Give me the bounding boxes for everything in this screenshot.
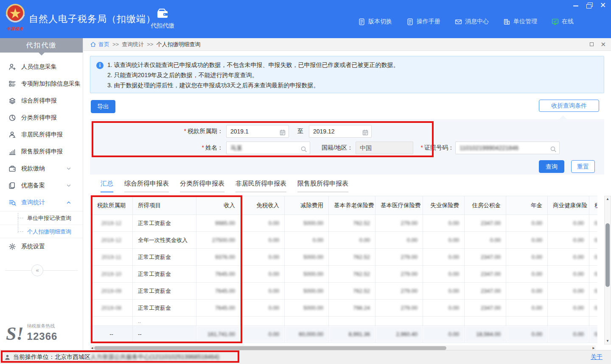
panel-maximize-icon[interactable] <box>590 42 594 46</box>
sidebar-item-优惠备案[interactable]: 优惠备案 <box>0 177 83 194</box>
column-header-减除费用: 减除费用 <box>285 196 329 215</box>
header-nav-单位管理[interactable]: 单位管理 <box>503 18 537 25</box>
header-nav-版本切换[interactable]: 版本切换 <box>358 18 392 25</box>
vertical-scroll-thumb[interactable] <box>605 223 610 287</box>
sidebar-item-人员信息采集[interactable]: 人员信息采集 <box>0 58 83 75</box>
close-icon[interactable]: ✕ <box>600 3 606 8</box>
calendar-icon[interactable] <box>362 128 369 135</box>
sidebar-collapse-button[interactable]: « <box>31 264 43 276</box>
id-label: *证照号码： <box>412 144 454 152</box>
period-from-input[interactable]: 2019.1 <box>226 125 289 138</box>
header-nav-在线[interactable]: 在线 <box>552 18 574 25</box>
breadcrumb-current: 个人扣缴明细查询 <box>156 41 200 48</box>
search-icon[interactable] <box>300 144 307 151</box>
table-row[interactable]: 2019-12全年一次性奖金收入27500.000.000.000.000.00… <box>90 232 598 249</box>
cell-value: 279.00 <box>376 249 423 266</box>
collapse-query-button[interactable]: 收折查询条件 <box>539 100 599 112</box>
cell-value: 0.00 <box>241 300 285 317</box>
layers-icon <box>8 97 16 105</box>
notice-line-1: 1. 该查询统计表仅能查询已申报成功的数据，不包含未申报、申报失败，已申报但已作… <box>107 60 598 70</box>
result-table-wrap: 税款所属期所得项目收入免税收入减除费用基本养老保险费基本医疗保险费失业保险费住房… <box>90 196 597 345</box>
name-input[interactable]: 马某 <box>226 142 310 154</box>
vertical-scrollbar[interactable]: ▲ ▼ <box>604 196 611 345</box>
operating-unit-blurred: 人力资源公共服务中心(12110102513968518464) <box>90 353 219 361</box>
table-row[interactable]: 2019-12正常工资薪金9985.000.005000.00762.52279… <box>90 215 598 232</box>
cell-value: 0.00 <box>423 300 465 317</box>
breadcrumb-level1[interactable]: 查询统计 <box>122 41 144 48</box>
breadcrumb-home[interactable]: 首页 <box>98 41 109 48</box>
nav-label: 版本切换 <box>368 18 392 25</box>
id-number-input[interactable]: 110102199904221846 <box>455 142 560 154</box>
chevron-down-icon <box>66 183 72 189</box>
calendar-icon[interactable] <box>279 128 286 135</box>
table-row-clipped[interactable]: .. <box>90 317 598 326</box>
cell-income-item: 正常工资薪金 <box>133 249 196 266</box>
table-row[interactable]: 2019-11正常工资薪金9376.000.005000.00762.52279… <box>90 249 598 266</box>
cell-value: 279.00 <box>376 215 423 232</box>
sidebar-item-综合所得申报[interactable]: 综合所得申报 <box>0 92 83 109</box>
cell-income-item: -- <box>133 326 196 343</box>
cell-value <box>329 317 376 326</box>
cell-value: 2347.00 <box>465 249 506 266</box>
header-nav-操作手册[interactable]: 操作手册 <box>406 18 440 25</box>
search-icon[interactable] <box>550 144 557 151</box>
tab-非居民所得申报表[interactable]: 非居民所得申报表 <box>235 180 286 192</box>
minimize-icon[interactable] <box>573 3 579 8</box>
sidebar-item-label: 税款缴纳 <box>21 165 66 172</box>
column-header-所得项目: 所得项目 <box>133 196 196 215</box>
sidebar-item-限售股所得申报[interactable]: 限售股所得申报 <box>0 143 83 160</box>
period-to-input[interactable]: 2019.12 <box>309 125 372 138</box>
tab-综合所得申报表[interactable]: 综合所得申报表 <box>124 180 169 192</box>
query-button[interactable]: 查询 <box>539 160 564 173</box>
user-icon <box>4 354 11 361</box>
sidebar-item-label: 系统设置 <box>21 243 77 250</box>
hotline-logo: S! <box>6 325 24 342</box>
sidebar-item-非居民所得申报[interactable]: 非居民所得申报 <box>0 126 83 143</box>
module-tab-daikoudaijiao[interactable]: 代扣代缴 <box>148 8 177 30</box>
panel-close-icon[interactable]: ✕ <box>600 41 606 48</box>
cell-value: 2347.00 <box>465 283 506 300</box>
tab-分类所得申报表[interactable]: 分类所得申报表 <box>180 180 224 192</box>
cell-value: 0.00 <box>506 249 548 266</box>
cell-value: 60,000.00 <box>285 326 329 343</box>
sidebar-item-专项附加扣除信息采集[interactable]: 专项附加扣除信息采集 <box>0 75 83 92</box>
sidebar-subitem-个人扣缴明细查询[interactable]: 个人扣缴明细查询 <box>0 225 83 238</box>
tab-汇总[interactable]: 汇总 <box>101 180 113 192</box>
table-row[interactable]: 2019-09正常工资薪金7645.000.005000.00762.52279… <box>90 283 598 300</box>
hotline-label: 纳税服务热线 <box>27 323 58 329</box>
restore-icon[interactable] <box>586 3 592 8</box>
scroll-up-icon[interactable]: ▲ <box>605 196 611 202</box>
sidebar-subitem-单位申报记录查询[interactable]: 单位申报记录查询 <box>0 211 83 225</box>
sidebar: 代扣代缴 人员信息采集专项附加扣除信息采集综合所得申报分类所得申报非居民所得申报… <box>0 38 83 350</box>
home-icon[interactable] <box>90 41 96 47</box>
breadcrumb-separator: >> <box>147 41 153 47</box>
about-link[interactable]: 关于 <box>591 353 603 361</box>
cell-period <box>90 317 133 326</box>
cell-value: 762.52 <box>329 266 376 283</box>
cell-income-item: 正常工资薪金 <box>133 283 196 300</box>
horizontal-scroll-thumb[interactable] <box>94 346 446 350</box>
sidebar-item-查询统计[interactable]: 查询统计 <box>0 194 83 211</box>
table-summary-row[interactable]: ----161,741.000.0060,000.008,991.362,960… <box>90 326 598 343</box>
person-icon <box>8 131 16 139</box>
cell-value: 0.00 <box>506 232 548 249</box>
cell-value: 0. <box>589 215 598 232</box>
sidebar-item-settings[interactable]: 系统设置 <box>0 238 83 255</box>
cell-value: 0.00 <box>241 249 285 266</box>
sidebar-item-分类所得申报[interactable]: 分类所得申报 <box>0 109 83 126</box>
table-row[interactable]: 2019-10正常工资薪金7645.000.005000.00762.52279… <box>90 266 598 283</box>
header-nav-消息中心[interactable]: 消息中心 <box>455 18 489 25</box>
tab-限售股所得申报表[interactable]: 限售股所得申报表 <box>297 180 348 192</box>
scroll-down-icon[interactable]: ▼ <box>605 338 611 344</box>
export-button[interactable]: 导出 <box>91 100 115 113</box>
cell-value: 0.00 <box>506 215 548 232</box>
table-row[interactable]: 2019-08正常工资薪金7645.000.005000.00798.24279… <box>90 300 598 317</box>
sidebar-item-税款缴纳[interactable]: 税款缴纳 <box>0 160 83 177</box>
cell-value: 762.52 <box>329 249 376 266</box>
chart-icon <box>8 148 16 156</box>
reset-button[interactable]: 重置 <box>571 160 595 173</box>
column-header-税款所属期: 税款所属期 <box>90 196 133 215</box>
copy-icon <box>8 182 16 189</box>
column-header-商业健康保险: 商业健康保险 <box>548 196 589 215</box>
app-logo: 中国税务 <box>3 3 27 32</box>
